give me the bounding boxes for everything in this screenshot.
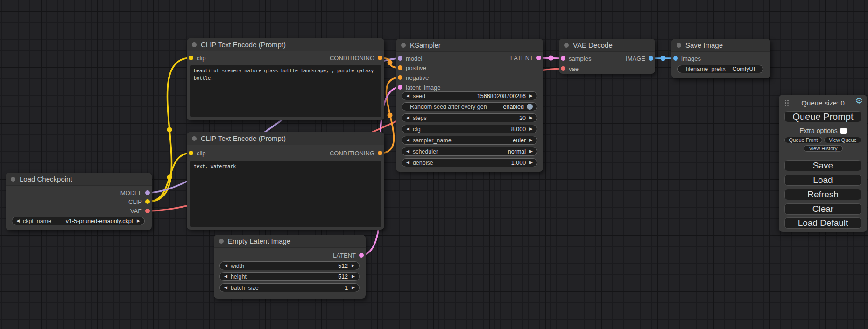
slot-label: CONDITIONING	[330, 150, 374, 157]
link-dot	[167, 127, 172, 133]
clear-button[interactable]: Clear	[784, 203, 861, 215]
slot-dot-conditioning[interactable]	[378, 151, 382, 155]
increment-arrow-icon[interactable]	[352, 274, 355, 279]
decrement-arrow-icon[interactable]	[406, 138, 409, 142]
node-save-image[interactable]: Save Image images filename_prefix ComfyU…	[671, 39, 770, 78]
input-slot-model: model	[398, 55, 422, 62]
collapse-dot-icon[interactable]	[401, 43, 406, 48]
increment-arrow-icon[interactable]	[529, 149, 533, 154]
link-dot	[661, 56, 666, 61]
cfg-widget[interactable]: cfg 8.000	[402, 125, 537, 133]
node-titlebar[interactable]: VAE Decode	[559, 39, 655, 52]
node-titlebar[interactable]: CLIP Text Encode (Prompt)	[187, 132, 384, 145]
increment-arrow-icon[interactable]	[529, 116, 533, 120]
save-button[interactable]: Save	[784, 160, 861, 171]
queue-front-button[interactable]: Queue Front	[784, 137, 822, 143]
increment-arrow-icon[interactable]	[529, 161, 533, 165]
widget-label: cfg	[413, 126, 421, 133]
seed-widget[interactable]: seed 156680208700286	[402, 91, 537, 100]
load-default-button[interactable]: Load Default	[784, 217, 861, 229]
view-history-button[interactable]: View History	[804, 145, 843, 152]
height-widget[interactable]: height 512	[219, 272, 360, 281]
decrement-arrow-icon[interactable]	[224, 274, 227, 279]
sampler-name-widget[interactable]: sampler_name euler	[402, 136, 537, 145]
settings-gear-icon[interactable]: ⚙	[855, 97, 863, 105]
scheduler-widget[interactable]: scheduler normal	[402, 147, 537, 156]
decrement-arrow-icon[interactable]	[406, 161, 409, 165]
collapse-dot-icon[interactable]	[192, 136, 197, 141]
load-button[interactable]: Load	[784, 175, 861, 186]
filename-prefix-widget[interactable]: filename_prefix ComfyUI	[677, 65, 763, 73]
refresh-button[interactable]: Refresh	[784, 189, 861, 200]
slot-dot-conditioning[interactable]	[378, 56, 382, 60]
node-titlebar[interactable]: Empty Latent Image	[214, 235, 366, 248]
slot-dot-image[interactable]	[673, 56, 678, 61]
increment-arrow-icon[interactable]	[137, 219, 140, 223]
slot-dot-latent[interactable]	[561, 56, 565, 61]
collapse-dot-icon[interactable]	[564, 43, 569, 48]
slot-dot-model[interactable]	[398, 56, 402, 61]
positive-prompt-textarea[interactable]: beautiful scenery nature glass bottle la…	[190, 65, 381, 117]
random-seed-toggle[interactable]: Random seed after every gen enabled	[402, 102, 537, 111]
slot-dot-clip[interactable]	[189, 56, 193, 60]
slot-dot-vae[interactable]	[561, 66, 565, 71]
increment-arrow-icon[interactable]	[529, 138, 533, 142]
queue-prompt-button[interactable]: Queue Prompt	[784, 111, 861, 122]
slot-dot-clip[interactable]	[189, 151, 193, 155]
collapse-dot-icon[interactable]	[219, 239, 224, 244]
increment-arrow-icon[interactable]	[352, 264, 355, 268]
slot-dot-conditioning[interactable]	[398, 75, 402, 80]
toggle-enabled-icon[interactable]	[527, 104, 533, 110]
widget-label: width	[231, 263, 244, 269]
node-title: Load Checkpoint	[20, 175, 72, 183]
node-load-checkpoint[interactable]: Load Checkpoint MODEL CLIP VAE ckpt_name…	[6, 173, 152, 230]
decrement-arrow-icon[interactable]	[406, 94, 409, 98]
collapse-dot-icon[interactable]	[677, 43, 681, 48]
extra-options-checkbox[interactable]	[840, 128, 847, 134]
view-queue-button[interactable]: View Queue	[824, 137, 861, 143]
slot-label: clip	[197, 150, 206, 157]
batch-size-widget[interactable]: batch_size 1	[219, 283, 360, 292]
node-empty-latent-image[interactable]: Empty Latent Image LATENT width 512 heig…	[214, 235, 366, 299]
decrement-arrow-icon[interactable]	[406, 149, 409, 154]
decrement-arrow-icon[interactable]	[16, 219, 20, 223]
node-ksampler[interactable]: KSampler model positive negative latent_…	[396, 39, 543, 172]
node-clip-text-encode-positive[interactable]: CLIP Text Encode (Prompt) clip CONDITION…	[187, 38, 384, 120]
collapse-dot-icon[interactable]	[192, 42, 197, 47]
input-slot-vae: vae	[561, 65, 579, 72]
decrement-arrow-icon[interactable]	[406, 116, 409, 120]
output-slot-clip: CLIP	[128, 198, 150, 205]
output-slot-conditioning: CONDITIONING	[330, 149, 382, 157]
collapse-dot-icon[interactable]	[11, 177, 15, 182]
node-titlebar[interactable]: KSampler	[396, 39, 543, 52]
width-widget[interactable]: width 512	[219, 261, 360, 270]
slot-dot-latent[interactable]	[398, 85, 402, 90]
steps-widget[interactable]: steps 20	[402, 113, 537, 122]
extra-options-label: Extra options	[799, 127, 838, 134]
slot-dot-latent[interactable]	[359, 253, 364, 258]
decrement-arrow-icon[interactable]	[224, 264, 227, 268]
ckpt-name-widget[interactable]: ckpt_name v1-5-pruned-emaonly.ckpt	[12, 217, 145, 225]
slot-label: CLIP	[128, 198, 142, 205]
increment-arrow-icon[interactable]	[529, 127, 533, 131]
node-graph-canvas[interactable]: Load Checkpoint MODEL CLIP VAE ckpt_name…	[0, 0, 868, 329]
increment-arrow-icon[interactable]	[529, 94, 533, 98]
node-clip-text-encode-negative[interactable]: CLIP Text Encode (Prompt) clip CONDITION…	[187, 132, 384, 230]
slot-dot-image[interactable]	[649, 56, 653, 61]
slot-dot-clip[interactable]	[145, 199, 150, 204]
slot-dot-latent[interactable]	[536, 56, 541, 60]
node-titlebar[interactable]: Load Checkpoint	[6, 173, 152, 186]
node-titlebar[interactable]: Save Image	[671, 39, 770, 52]
slot-dot-vae[interactable]	[145, 209, 150, 213]
slot-dot-conditioning[interactable]	[398, 65, 402, 70]
decrement-arrow-icon[interactable]	[224, 286, 227, 290]
denoise-widget[interactable]: denoise 1.000	[402, 158, 537, 167]
decrement-arrow-icon[interactable]	[406, 127, 409, 131]
slot-dot-model[interactable]	[145, 190, 150, 195]
widget-label: filename_prefix	[686, 66, 726, 72]
increment-arrow-icon[interactable]	[352, 286, 355, 290]
node-titlebar[interactable]: CLIP Text Encode (Prompt)	[187, 38, 384, 51]
node-vae-decode[interactable]: VAE Decode samples vae IMAGE	[559, 39, 655, 74]
negative-prompt-textarea[interactable]: text, watermark	[190, 161, 381, 227]
slot-label: vae	[569, 65, 579, 72]
